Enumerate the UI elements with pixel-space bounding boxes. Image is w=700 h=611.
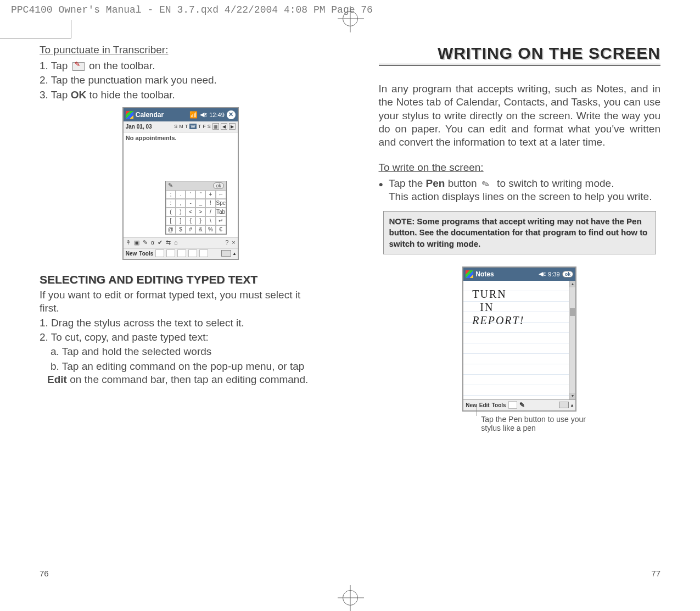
step-3-text-a: 3. Tap [40,89,71,101]
date-today-icon: ▦ [212,123,219,130]
day-of-week-row: S M T W T F S [174,124,211,129]
page-number-left: 76 [40,569,49,578]
punct-key-8: - [186,199,195,208]
punct-key-29: € [216,225,226,234]
dow-s2: S [208,124,211,129]
view-btn-3 [177,249,186,257]
sip-keyboard-icon [221,250,231,257]
figure-calendar-screenshot: Calendar 📶 ◀ε 12:49 ✕ Jan 01, 03 S M T W… [122,107,239,260]
transcriber-toolbar: ↟ ▣ ✎ α ✔ ⇆ ⌂ ? × [124,237,238,248]
pen-icon: ✎ [480,176,494,191]
punct-key-19: ] [176,216,186,225]
sel-step-1: 1. Drag the stylus across the text to se… [40,316,322,330]
notes-pen-toggle-icon: ✎ [519,401,525,409]
note-box: NOTE: Some programs that accept writing … [383,211,657,254]
cmd-tools: Tools [139,251,153,257]
ok-label: OK [71,89,87,101]
step-1-text-b: on the toolbar. [86,60,155,71]
start-flag-icon [126,111,133,119]
keyboard-icon [72,62,85,71]
scrollbar: ▴ ▾ [569,281,575,399]
punct-key-4: + [205,190,215,199]
panel-ok-button: ok [213,182,224,189]
punct-key-6: : [166,199,176,208]
figure-notes-screenshot: Notes ◀ε 9:39 ok TURN IN REPORT! ▴ ▾ New [462,266,576,412]
hand-line-1: TURN [472,287,524,301]
bullet-b: button [445,177,479,189]
fig2-time: 9:39 [548,271,559,277]
date-prev-icon: ◀ [221,123,227,130]
page-number-right: 77 [651,569,660,578]
dow-t2: T [198,124,201,129]
speaker-icon-2: ◀ε [539,270,546,277]
punct-key-17: Tab [216,208,226,216]
sel-2b-a: b. Tap an editing command on the pop-up … [47,360,304,372]
step-1: 1. Tap on the toolbar. [40,59,322,73]
bullet-c: to switch to writing mode. [494,177,614,189]
date-next-icon: ▶ [229,123,236,130]
fig2-app-title: Notes [475,270,536,278]
fig2-ok-button: ok [562,271,574,277]
punct-key-11: Spc [216,199,226,208]
intro-paragraph: In any program that accepts writing, suc… [379,82,661,149]
notes-cmd-edit: Edit [479,402,490,408]
signal-icon: 📶 [189,111,198,119]
sel-step-2a: a. Tap and hold the selected words [40,345,322,358]
section-heading-selecting: SELECTING AND EDITING TYPED TEXT [40,273,322,286]
punct-key-2: ' [186,190,195,199]
punct-key-21: } [195,216,205,225]
dow-f: F [203,124,206,129]
tb-icon-0: ↟ [126,239,131,246]
punct-key-18: [ [166,216,176,225]
note-text: NOTE: Some programs that accept writing … [389,216,648,248]
scroll-up-icon: ▴ [569,281,575,287]
hand-line-2: IN [472,301,524,314]
step-1-text-a: 1. Tap [40,60,71,71]
sip-arrow-icon: ▴ [233,251,236,256]
tb-icon-5: ⇆ [166,239,171,246]
bullet-write: ● Tap the Pen button ✎ to switch to writ… [379,177,661,204]
punct-key-27: & [195,225,205,234]
page-77: WRITING ON THE SCREEN In any program tha… [372,38,668,578]
scroll-down-icon: ▾ [569,393,575,399]
punct-key-23: ↵ [216,216,226,225]
punct-key-0: ; [166,190,176,199]
title-rule [379,64,661,66]
punct-key-28: % [205,225,215,234]
punct-key-14: < [186,208,195,216]
fig1-date: Jan 01, 03 [126,124,152,130]
view-btn-2 [166,249,175,257]
punct-key-26: # [186,225,195,234]
tb-icon-help: ? [225,239,228,246]
sel-step-2b: b. Tap an editing command on the pop-up … [40,360,322,387]
sel-intro: If you want to edit or format typed text… [40,288,322,315]
tb-icon-6: ⌂ [174,239,178,246]
punctuation-panel: ✎ok ;.'"+←:,-_!Spc()<>/Tab[]{}\↵@$#&%€ [165,181,227,235]
punct-key-3: " [195,190,205,199]
close-icon: ✕ [227,110,236,119]
punct-key-10: ! [205,199,215,208]
cmd-new: New [126,251,137,257]
edit-label: Edit [47,374,67,385]
punct-key-1: . [176,190,186,199]
fig1-app-title: Calendar [136,111,188,119]
dow-m: M [179,124,183,129]
start-flag-icon-2 [466,270,473,278]
punct-key-15: > [195,208,205,216]
view-btn-4 [188,249,197,257]
print-header: PPC4100 Owner's Manual - EN 3.7.qxd 4/22… [11,4,373,15]
dow-t: T [185,124,188,129]
dow-w-selected: W [189,124,197,129]
punct-key-13: ) [176,208,186,216]
write-heading: To write on the screen: [379,162,661,174]
speaker-icon: ◀ε [200,111,207,118]
bullet-dot-icon: ● [379,180,383,204]
notes-cmd-tools: Tools [492,402,506,408]
view-btn-5 [199,249,208,257]
punctuate-heading: To punctuate in Transcriber: [40,44,322,56]
handwriting: TURN IN REPORT! [472,287,524,327]
registration-mark-top [343,11,358,26]
punct-key-7: , [176,199,186,208]
tb-icon-1: ▣ [134,239,139,246]
tb-icon-2: ✎ [143,239,148,246]
